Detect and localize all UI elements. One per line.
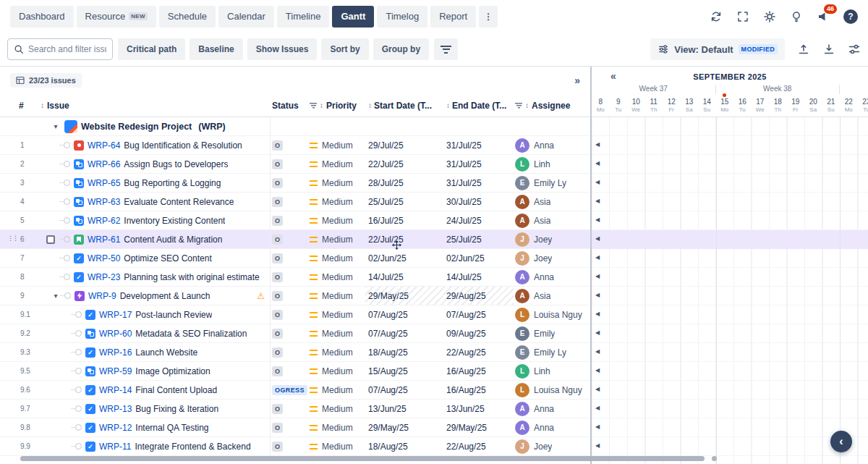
day-cell[interactable]: 16Tu bbox=[733, 97, 752, 113]
offscreen-left-icon[interactable]: ◀ bbox=[595, 386, 600, 392]
show-issues-button[interactable]: Show Issues bbox=[247, 38, 318, 60]
fullscreen-icon[interactable] bbox=[736, 10, 749, 23]
table-row[interactable]: 3WRP-65Bug Reporting & LoggingOMedium28/… bbox=[0, 174, 590, 193]
timeline-row[interactable]: ◀ bbox=[592, 362, 868, 381]
timeline-row[interactable]: ◀ bbox=[592, 324, 868, 343]
offscreen-left-icon[interactable]: ◀ bbox=[595, 329, 600, 336]
link-handle-icon[interactable] bbox=[64, 255, 70, 261]
issue-key[interactable]: WRP-62 bbox=[88, 216, 120, 226]
column-header-end-date[interactable]: ↕ End Date (T... bbox=[443, 101, 514, 111]
offscreen-left-icon[interactable]: ◀ bbox=[595, 254, 600, 261]
issue-key[interactable]: WRP-9 bbox=[88, 291, 116, 301]
day-cell[interactable]: 10We bbox=[627, 97, 645, 113]
day-cell[interactable]: 18Th bbox=[769, 97, 787, 113]
table-row[interactable]: 5WRP-62Inventory Existing ContentOMedium… bbox=[0, 211, 590, 230]
table-row[interactable]: 1WRP-64Bug Identification & ResolutionOM… bbox=[0, 136, 590, 155]
day-cell[interactable]: 12Fr bbox=[663, 97, 681, 113]
tab-timeline[interactable]: Timeline bbox=[277, 6, 330, 28]
issue-key[interactable]: WRP-61 bbox=[88, 235, 120, 245]
filter-icon[interactable] bbox=[515, 103, 522, 109]
table-row[interactable]: 9.2WRP-60Metadata & SEO FinalizationOMed… bbox=[0, 324, 590, 343]
filter-icon[interactable] bbox=[310, 103, 317, 109]
link-handle-icon[interactable] bbox=[64, 292, 71, 299]
link-handle-icon[interactable] bbox=[75, 405, 82, 412]
tab-timelog[interactable]: Timelog bbox=[377, 6, 427, 28]
day-cell[interactable]: 13Sa bbox=[681, 97, 699, 113]
critical-path-button[interactable]: Critical path bbox=[118, 38, 185, 60]
table-row[interactable]: 9.8WRP-12Internal QA TestingOMedium29/Ma… bbox=[0, 418, 590, 437]
filter-button[interactable] bbox=[434, 38, 458, 60]
issue-key[interactable]: WRP-16 bbox=[99, 347, 132, 358]
tab-calendar[interactable]: Calendar bbox=[218, 6, 274, 28]
sort-icon[interactable]: ↕ bbox=[41, 101, 44, 109]
link-handle-icon[interactable] bbox=[75, 349, 82, 355]
table-row[interactable]: 4WRP-63Evaluate Content RelevanceOMedium… bbox=[0, 193, 590, 211]
sort-icon[interactable]: ↕ bbox=[525, 101, 529, 109]
day-cell[interactable]: 11Th bbox=[645, 97, 663, 113]
tab-gantt[interactable]: Gantt bbox=[332, 6, 374, 28]
sort-icon[interactable]: ↕ bbox=[368, 101, 372, 109]
view-selector[interactable]: View: Default MODIFIED bbox=[650, 38, 785, 60]
offscreen-left-icon[interactable]: ◀ bbox=[595, 311, 600, 317]
link-handle-icon[interactable] bbox=[64, 198, 70, 205]
day-cell[interactable]: 14Su bbox=[698, 97, 716, 113]
link-handle-icon[interactable] bbox=[64, 142, 70, 148]
offscreen-left-icon[interactable]: ◀ bbox=[595, 367, 600, 374]
timeline-row[interactable]: ◀ bbox=[592, 305, 868, 324]
offscreen-left-icon[interactable]: ◀ bbox=[595, 423, 600, 430]
column-header-assignee[interactable]: ↕ Assignee bbox=[514, 101, 590, 111]
tab-schedule[interactable]: Schedule bbox=[159, 6, 216, 28]
offscreen-left-icon[interactable]: ◀ bbox=[595, 141, 600, 148]
table-row[interactable]: 8WRP-23Planning task with original estim… bbox=[0, 268, 590, 287]
table-row[interactable]: 9▾WRP-9Development & Launch⚠OMedium29/Ma… bbox=[0, 287, 590, 305]
issue-key[interactable]: WRP-60 bbox=[99, 329, 132, 339]
sort-by-button[interactable]: Sort by bbox=[321, 38, 368, 60]
timeline-row[interactable]: ◀ bbox=[592, 230, 868, 249]
issue-key[interactable]: WRP-65 bbox=[88, 178, 120, 188]
link-handle-icon[interactable] bbox=[64, 236, 70, 242]
timeline-row[interactable]: ◀ bbox=[592, 437, 868, 456]
table-row[interactable]: 9.5WRP-59Image OptimizationOMedium15/Aug… bbox=[0, 362, 590, 381]
issue-key[interactable]: WRP-12 bbox=[99, 423, 132, 433]
issue-key[interactable]: WRP-59 bbox=[99, 366, 132, 376]
tab-dashboard[interactable]: Dashboard bbox=[10, 6, 74, 28]
link-handle-icon[interactable] bbox=[75, 330, 82, 337]
chevron-down-icon[interactable]: ▾ bbox=[51, 122, 61, 130]
link-handle-icon[interactable] bbox=[64, 180, 70, 186]
import-icon[interactable] bbox=[797, 43, 810, 56]
timeline-row[interactable]: ◀ bbox=[592, 211, 868, 230]
issue-key[interactable]: WRP-13 bbox=[99, 404, 132, 414]
export-icon[interactable] bbox=[822, 43, 835, 56]
timeline-row[interactable]: ◀ bbox=[592, 343, 868, 362]
timeline-row[interactable]: ◀ bbox=[592, 249, 868, 268]
offscreen-left-icon[interactable]: ◀ bbox=[595, 273, 600, 279]
column-header-priority[interactable]: ↕ Priority bbox=[310, 101, 365, 111]
timeline-row[interactable]: ◀ bbox=[592, 400, 868, 418]
search-input[interactable] bbox=[28, 44, 106, 54]
issue-key[interactable]: WRP-50 bbox=[88, 253, 120, 263]
project-group-row[interactable]: ▾Website Redesign Project(WRP) bbox=[0, 117, 590, 136]
table-row[interactable]: 9.6WRP-14Final Content UploadOGRESSMediu… bbox=[0, 381, 590, 400]
timeline-row[interactable]: ◀ bbox=[592, 174, 868, 193]
sort-icon[interactable]: ↕ bbox=[320, 101, 323, 109]
horizontal-scrollbar[interactable] bbox=[20, 456, 705, 461]
day-cell[interactable]: 15Mo bbox=[716, 97, 734, 113]
scroll-left-icon[interactable]: « bbox=[610, 70, 616, 82]
day-cell[interactable]: 23Tu bbox=[858, 97, 868, 113]
day-cell[interactable]: 20Sa bbox=[804, 97, 822, 113]
link-handle-icon[interactable] bbox=[64, 161, 70, 167]
table-row[interactable]: 9.3WRP-16Launch WebsiteOMedium18/Aug/252… bbox=[0, 343, 590, 362]
expand-panel-icon[interactable]: » bbox=[574, 75, 580, 86]
issues-count-chip[interactable]: 23/23 issues bbox=[10, 73, 82, 88]
timeline-row[interactable]: ◀ bbox=[592, 287, 868, 305]
link-handle-icon[interactable] bbox=[64, 274, 70, 280]
lightbulb-icon[interactable] bbox=[790, 10, 803, 23]
chevron-down-icon[interactable]: ▾ bbox=[51, 292, 61, 300]
day-cell[interactable]: 21Su bbox=[822, 97, 841, 113]
table-row[interactable]: 9.9WRP-11Integrate Frontend & BackendOMe… bbox=[0, 437, 590, 456]
timeline-row[interactable]: ◀ bbox=[592, 136, 868, 155]
issue-key[interactable]: WRP-63 bbox=[88, 197, 120, 207]
settings-gear-icon[interactable] bbox=[763, 10, 776, 23]
issue-key[interactable]: WRP-17 bbox=[99, 310, 132, 320]
offscreen-left-icon[interactable]: ◀ bbox=[595, 442, 600, 449]
